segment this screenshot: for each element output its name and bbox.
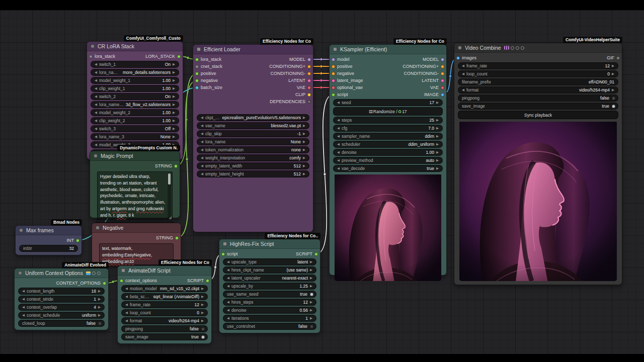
decrement-arrow-icon[interactable]: ◀ <box>200 164 204 168</box>
output-port-LATENT[interactable] <box>441 79 444 82</box>
increment-arrow-icon[interactable]: ▶ <box>302 164 306 168</box>
output-port-LORA_STACK[interactable] <box>177 55 181 58</box>
input-port-context_options[interactable] <box>120 279 123 283</box>
decrement-arrow-icon[interactable]: ◀ <box>336 166 341 170</box>
widget-seed[interactable]: ◀seed17▶ <box>333 99 443 106</box>
widget-switch_3[interactable]: ◀switch_3Off▶ <box>91 125 179 132</box>
randomize-button[interactable]: ⚄ Randomize / ♻ 17 <box>333 107 443 116</box>
increment-arrow-icon[interactable]: ▶ <box>97 289 102 293</box>
widget-frame_rate[interactable]: ◀frame_rate12▶ <box>121 301 208 308</box>
sync-playback-button[interactable]: Sync playback <box>458 111 618 119</box>
decrement-arrow-icon[interactable]: ◀ <box>94 127 98 131</box>
node-header[interactable]: Magic Prompt <box>90 151 180 161</box>
increment-arrow-icon[interactable]: ▶ <box>97 297 102 301</box>
increment-arrow-icon[interactable]: ▶ <box>309 276 313 280</box>
output-port-MODEL[interactable] <box>307 58 311 61</box>
toggle-dot[interactable] <box>612 97 615 100</box>
collapse-dot-icon[interactable] <box>96 226 100 230</box>
decrement-arrow-icon[interactable]: ◀ <box>226 276 230 280</box>
node-header[interactable]: Efficient Loader <box>193 45 313 54</box>
collapse-dot-icon[interactable] <box>121 268 125 273</box>
input-port-images[interactable] <box>456 56 460 60</box>
node-graph[interactable]: ComfyUI_Comfyroll_CustoCR LoRA Stacklora… <box>0 10 644 354</box>
decrement-arrow-icon[interactable]: ◀ <box>21 297 26 301</box>
widget-vae_name[interactable]: ◀vae_nameblessed2.vae.pt▶ <box>197 122 309 129</box>
widget-inStr[interactable]: inStr32 <box>19 245 78 252</box>
input-port-positive[interactable] <box>195 72 199 75</box>
widget-beta_schedule[interactable]: ◀beta_schedulesqrt_linear (AnimateDiff)▶ <box>121 293 208 300</box>
toggle-closed_loop[interactable]: closed_loopfalse <box>18 320 105 327</box>
decrement-arrow-icon[interactable]: ◀ <box>94 95 98 99</box>
widget-clip_weight_1[interactable]: ◀clip_weight_11.00▶ <box>91 85 179 92</box>
widget-denoise[interactable]: ◀denoise1.00▶ <box>333 149 443 156</box>
decrement-arrow-icon[interactable]: ◀ <box>21 313 26 317</box>
toggle-dot[interactable] <box>98 322 102 325</box>
widget-frame_rate[interactable]: ◀frame_rate12▶ <box>458 62 618 69</box>
toggle-save_image[interactable]: save_imagetrue <box>121 333 208 340</box>
output-port-CONDITIONING+[interactable] <box>307 65 311 68</box>
node-header[interactable]: CR LoRA Stack <box>87 42 183 51</box>
collapse-dot-icon[interactable] <box>91 44 95 48</box>
widget-empty_latent_height[interactable]: ◀empty_latent_height512▶ <box>197 170 309 177</box>
increment-arrow-icon[interactable]: ▶ <box>302 156 306 160</box>
widget-clip_weight_2[interactable]: ◀clip_weight_21.00▶ <box>91 117 179 124</box>
decrement-arrow-icon[interactable]: ◀ <box>461 88 465 92</box>
widget-context_length[interactable]: ◀context_length16▶ <box>18 288 105 295</box>
increment-arrow-icon[interactable]: ▶ <box>435 166 440 170</box>
widget-lora_name_3[interactable]: ◀lora_name_3None▶ <box>91 133 179 140</box>
increment-arrow-icon[interactable]: ▶ <box>172 119 176 123</box>
node-max-frames[interactable]: Bmad NodesMax framesINTinStr32 <box>15 225 82 255</box>
increment-arrow-icon[interactable]: ▶ <box>302 140 306 144</box>
increment-arrow-icon[interactable]: ▶ <box>435 118 440 122</box>
node-header[interactable]: AnimateDiff Script <box>118 266 211 276</box>
input-port-script[interactable] <box>332 93 335 97</box>
input-port-latent_image[interactable] <box>332 79 335 82</box>
output-port-LATENT[interactable] <box>307 79 311 82</box>
output-port-CONDITIONING+[interactable] <box>441 65 444 68</box>
increment-arrow-icon[interactable]: ▶ <box>302 116 306 120</box>
widget-context_schedule[interactable]: ◀context_scheduleuniform▶ <box>18 312 105 319</box>
input-port-cnet_stack[interactable] <box>195 65 199 68</box>
widget-model_weight_2[interactable]: ◀model_weight_21.00▶ <box>91 109 179 116</box>
increment-arrow-icon[interactable]: ▶ <box>172 78 176 82</box>
output-port-MODEL[interactable] <box>441 58 444 61</box>
widget-sampler_name[interactable]: ◀sampler_nameddim▶ <box>333 133 443 140</box>
increment-arrow-icon[interactable]: ▶ <box>302 172 306 176</box>
widget-denoise[interactable]: ◀denoise0.56▶ <box>223 307 316 314</box>
increment-arrow-icon[interactable]: ▶ <box>309 300 313 304</box>
collapse-dot-icon[interactable] <box>18 271 22 275</box>
output-port-GIF[interactable] <box>616 56 620 60</box>
widget-scheduler[interactable]: ◀schedulerddim_uniform▶ <box>333 141 443 148</box>
decrement-arrow-icon[interactable]: ◀ <box>124 303 129 307</box>
increment-arrow-icon[interactable]: ▶ <box>611 72 615 76</box>
decrement-arrow-icon[interactable]: ◀ <box>94 143 98 147</box>
increment-arrow-icon[interactable]: ▶ <box>200 303 205 307</box>
scrollbar-thumb[interactable] <box>168 173 171 185</box>
widget-loop_count[interactable]: ◀loop_count0▶ <box>121 309 208 316</box>
output-port-VAE[interactable] <box>441 86 444 89</box>
scrollbar[interactable] <box>168 173 171 219</box>
toggle-pingpong[interactable]: pingpongfalse <box>121 325 208 332</box>
decrement-arrow-icon[interactable]: ◀ <box>21 305 26 309</box>
widget-iterations[interactable]: ◀iterations1▶ <box>223 315 316 322</box>
output-port-IMAGE[interactable] <box>441 93 444 97</box>
increment-arrow-icon[interactable]: ▶ <box>611 88 615 92</box>
node-ksampler[interactable]: Efficiency Nodes for CoKSampler (Efficie… <box>329 44 447 276</box>
collapse-dot-icon[interactable] <box>333 47 337 51</box>
increment-arrow-icon[interactable]: ▶ <box>611 64 615 68</box>
decrement-arrow-icon[interactable]: ◀ <box>94 135 98 139</box>
decrement-arrow-icon[interactable]: ◀ <box>336 126 341 130</box>
increment-arrow-icon[interactable]: ▶ <box>302 124 306 128</box>
output-port-STRING[interactable] <box>175 236 179 240</box>
widget-hires_steps[interactable]: ◀hires_steps12▶ <box>223 299 316 306</box>
output-port-SCRIPT[interactable] <box>206 279 209 283</box>
increment-arrow-icon[interactable]: ▶ <box>309 316 313 320</box>
widget-lora_name_2[interactable]: ◀lora_name_23d_flow_v2.safetensors▶ <box>91 101 179 108</box>
toggle-pingpong[interactable]: pingpongfalse <box>458 95 618 102</box>
decrement-arrow-icon[interactable]: ◀ <box>226 300 230 304</box>
increment-arrow-icon[interactable]: ▶ <box>97 305 102 309</box>
decrement-arrow-icon[interactable]: ◀ <box>226 316 230 320</box>
decrement-arrow-icon[interactable]: ◀ <box>94 86 98 90</box>
decrement-arrow-icon[interactable]: ◀ <box>94 70 98 74</box>
widget-hires_ckpt_name[interactable]: ◀hires_ckpt_name(use same)▶ <box>223 266 316 274</box>
